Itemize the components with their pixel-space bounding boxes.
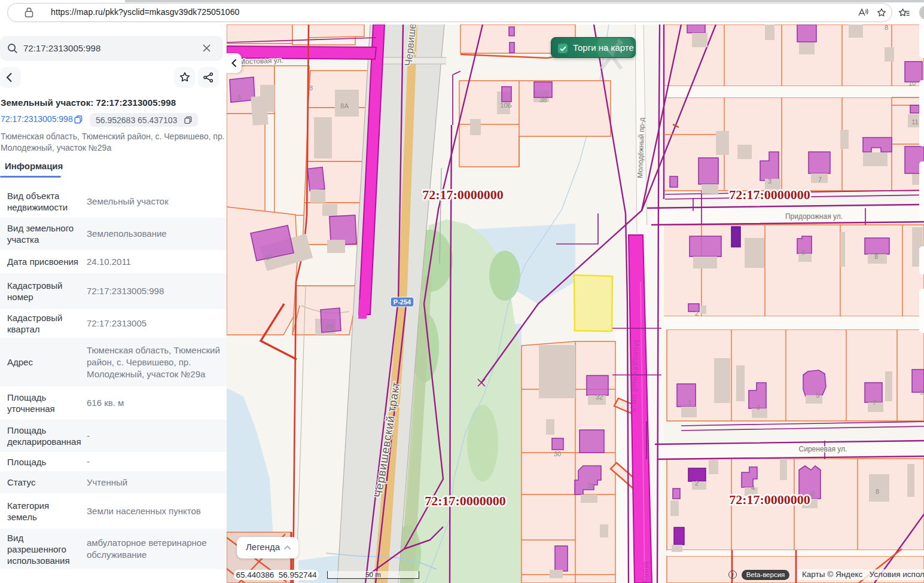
svg-text:11: 11: [911, 118, 918, 126]
svg-text:10: 10: [908, 80, 916, 87]
svg-text:4: 4: [751, 484, 755, 492]
svg-text:8В: 8В: [325, 323, 333, 330]
svg-text:9: 9: [920, 389, 923, 396]
svg-text:Сиреневая ул.: Сиреневая ул.: [799, 445, 847, 453]
svg-text:2: 2: [695, 310, 699, 317]
svg-text:1: 1: [688, 399, 691, 406]
svg-text:7: 7: [818, 176, 822, 183]
svg-text:5: 5: [816, 392, 819, 399]
svg-text:8А: 8А: [340, 102, 349, 109]
svg-text:8: 8: [885, 25, 888, 31]
svg-text:72:17:0000000: 72:17:0000000: [729, 187, 810, 202]
svg-text:7: 7: [873, 399, 876, 406]
svg-text:3: 3: [757, 404, 760, 411]
svg-text:8: 8: [309, 84, 313, 91]
svg-text:Придорожная ул.: Придорожная ул.: [785, 212, 843, 221]
svg-text:30: 30: [554, 450, 561, 457]
svg-text:72:17:0000000: 72:17:0000000: [422, 187, 504, 202]
svg-text:72:17:0000000: 72:17:0000000: [425, 493, 506, 508]
svg-text:3: 3: [768, 178, 771, 185]
svg-text:32: 32: [596, 393, 603, 401]
svg-text:72:17:0000000: 72:17:0000000: [729, 492, 810, 507]
svg-text:10Б: 10Б: [500, 102, 511, 109]
svg-text:2: 2: [695, 480, 699, 487]
svg-text:8: 8: [874, 253, 878, 260]
svg-text:6: 6: [237, 94, 241, 101]
svg-text:28: 28: [587, 482, 594, 489]
svg-text:6: 6: [810, 490, 814, 497]
svg-text:6: 6: [801, 249, 805, 256]
svg-text:8: 8: [876, 488, 879, 495]
svg-text:Мостовая ул.: Мостовая ул.: [239, 56, 283, 66]
svg-text:Р-254: Р-254: [394, 298, 411, 306]
svg-text:38: 38: [539, 96, 547, 103]
